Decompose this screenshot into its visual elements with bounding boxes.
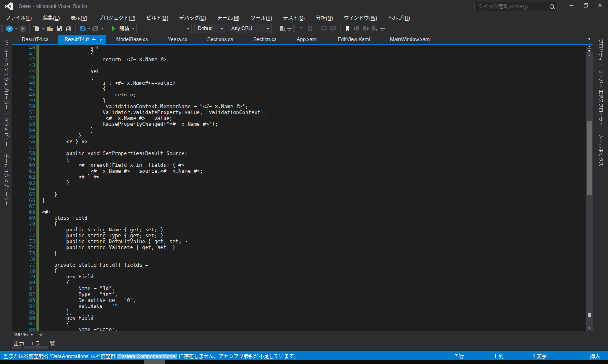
comment-out-button[interactable] — [320, 23, 329, 34]
new-file-dropdown[interactable]: ▾ — [41, 27, 45, 31]
code-line-72[interactable]: public string Type { get; set; } — [42, 233, 584, 239]
redo-dropdown[interactable]: ▾ — [100, 27, 105, 31]
toolbar-overflow-button[interactable]: ▾ — [380, 28, 385, 32]
code-line-74[interactable]: public string Validate { get; set; } — [42, 244, 584, 250]
tab-resultt4-cs[interactable]: ResultT4.cs — [12, 35, 58, 44]
editor-vertical-scrollbar[interactable]: ▲ ▼ — [586, 45, 593, 331]
code-line-73[interactable]: public string DefaultValue { get; set; } — [42, 239, 584, 244]
toolbar-grip[interactable] — [1, 25, 3, 32]
right-tool-window-tab[interactable]: プロパティ — [598, 35, 605, 65]
code-line-60[interactable]: <# foreach(Field x in _fields) { #> — [42, 162, 584, 168]
code-line-65[interactable]: } — [42, 192, 584, 198]
tab-mainwindow-xaml[interactable]: MainWindow.xaml — [380, 35, 441, 44]
solution-configuration-combobox[interactable]: Debug ▾ — [194, 24, 225, 33]
code-line-82[interactable]: Type = "int", — [42, 291, 584, 297]
save-button[interactable] — [55, 23, 64, 34]
code-line-42[interactable]: return _<#= x.Name #>; — [42, 57, 584, 62]
code-line-83[interactable]: DefaultValue = "0", — [42, 297, 584, 303]
menu-item-3[interactable]: プロジェクト(P) — [93, 14, 141, 21]
tab-sections-cs[interactable]: Sections.cs — [197, 35, 243, 44]
solution-platform-combobox[interactable]: Any CPU ▾ — [228, 24, 272, 33]
scrollbar-thumb[interactable] — [587, 121, 592, 195]
start-debug-play-icon[interactable] — [109, 23, 118, 34]
navigate-forward-disabled-icon[interactable] — [306, 23, 315, 34]
code-line-86[interactable]: new Field — [42, 315, 584, 321]
menu-item-7[interactable]: ツール(T) — [245, 14, 278, 21]
undo-button[interactable] — [78, 23, 87, 34]
navigate-back-button[interactable] — [5, 23, 14, 34]
right-tool-window-tab[interactable]: サーバー エクスプローラー — [598, 65, 605, 130]
menu-item-4[interactable]: ビルド(B) — [141, 14, 173, 21]
tab-app-xaml[interactable]: App.xaml — [286, 35, 328, 44]
menu-item-6[interactable]: チーム(M) — [212, 14, 245, 21]
code-line-87[interactable]: { — [42, 321, 584, 327]
code-line-67[interactable] — [42, 203, 584, 209]
uncomment-button[interactable] — [329, 23, 338, 34]
close-button[interactable]: ✕ — [593, 0, 607, 11]
toggle-bookmark-button[interactable] — [343, 23, 352, 34]
code-line-70[interactable]: { — [42, 221, 584, 227]
start-debug-label[interactable]: 開始 — [119, 25, 129, 32]
code-line-68[interactable]: <#+ — [42, 209, 584, 215]
code-editor[interactable]: 4041424344454647484950515253545556575859… — [12, 45, 593, 331]
code-line-48[interactable]: return; — [42, 92, 584, 98]
menu-item-9[interactable]: 分析(N) — [310, 14, 338, 21]
code-line-63[interactable]: } — [42, 180, 584, 186]
previous-bookmark-button[interactable] — [352, 23, 361, 34]
undo-dropdown[interactable]: ▾ — [87, 27, 91, 31]
tab-editview-xaml[interactable]: EditView.Xaml — [328, 35, 380, 44]
close-tab-icon[interactable]: ✕ — [99, 37, 102, 42]
next-bookmark-button[interactable] — [361, 23, 370, 34]
code-line-49[interactable]: } — [42, 98, 584, 104]
tab-list-dropdown[interactable]: ▼ — [587, 37, 591, 41]
code-line-69[interactable]: class Field — [42, 215, 584, 221]
toolbar-search-combobox[interactable]: ▾ — [136, 24, 192, 33]
tab-resultt4-tt[interactable]: ResultT4.tt✕ — [58, 35, 106, 44]
navigate-forward-button[interactable] — [18, 23, 27, 34]
code-line-64[interactable] — [42, 186, 584, 192]
code-line-80[interactable]: { — [42, 280, 584, 286]
clear-bookmarks-button[interactable] — [370, 23, 380, 34]
code-line-77[interactable]: private static Field[]_fields = — [42, 262, 584, 268]
code-line-62[interactable]: <# } #> — [42, 174, 584, 180]
start-debug-dropdown[interactable]: ▾ — [131, 27, 135, 31]
code-line-54[interactable]: } — [42, 127, 584, 133]
code-line-58[interactable]: public void SetProperties(Result Source) — [42, 151, 584, 156]
menu-item-10[interactable]: ウィンドウ(W) — [338, 14, 383, 21]
editor-zoom-combobox[interactable]: 100 % ▾ — [12, 331, 34, 338]
redo-button[interactable] — [91, 23, 100, 34]
menu-item-0[interactable]: ファイル(F) — [0, 14, 37, 21]
code-line-45[interactable]: { — [42, 74, 584, 80]
error-list-panel-tab[interactable]: エラー一覧 — [30, 340, 55, 347]
code-line-56[interactable]: <# } #> — [42, 139, 584, 145]
menu-item-8[interactable]: テスト(S) — [278, 14, 310, 21]
minimize-button[interactable]: ─ — [564, 0, 579, 11]
code-line-79[interactable]: new Field — [42, 274, 584, 280]
code-line-47[interactable]: { — [42, 86, 584, 92]
code-line-78[interactable]: { — [42, 268, 584, 274]
code-line-75[interactable]: } — [42, 250, 584, 256]
code-line-84[interactable]: Validate = "" — [42, 303, 584, 309]
new-file-button[interactable] — [32, 23, 41, 34]
output-panel-tab[interactable]: 出力 — [14, 340, 24, 347]
pin-icon[interactable] — [92, 37, 96, 42]
save-all-button[interactable] — [64, 23, 73, 34]
code-line-81[interactable]: Name = "Id", — [42, 286, 584, 291]
left-tool-window-tab[interactable]: チーム エクスプローラー — [3, 150, 10, 209]
code-line-50[interactable]: _validationContext.MemberName = "<#= x.N… — [42, 104, 584, 109]
quick-launch-input[interactable] — [475, 4, 549, 10]
code-line-59[interactable]: { — [42, 156, 584, 162]
tab-years-cs[interactable]: Years.cs — [158, 35, 197, 44]
code-line-85[interactable]: }, — [42, 309, 584, 315]
editor-split-handle[interactable] — [586, 45, 593, 52]
restore-button[interactable] — [579, 0, 593, 11]
quick-launch-box[interactable] — [474, 2, 558, 11]
scroll-left-arrow[interactable]: ◀ — [39, 333, 42, 337]
bottom-strip-thumb[interactable] — [144, 360, 165, 364]
menu-item-2[interactable]: 表示(V) — [65, 14, 93, 21]
menu-item-11[interactable]: ヘルプ(H) — [383, 14, 416, 21]
code-line-88[interactable]: Name ="Date", — [42, 327, 584, 331]
code-line-43[interactable]: } — [42, 62, 584, 68]
code-line-71[interactable]: public string Name { get; set; } — [42, 227, 584, 233]
code-line-66[interactable]: } — [42, 198, 584, 203]
